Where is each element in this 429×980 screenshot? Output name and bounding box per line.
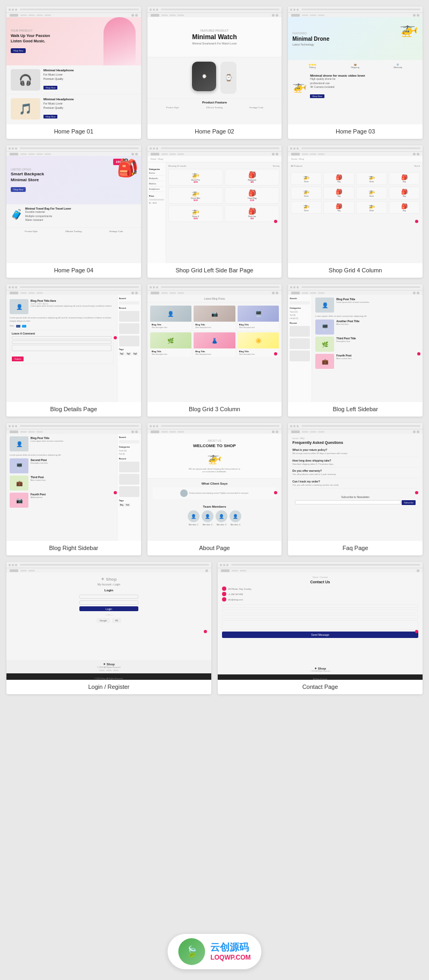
hp1-product-title-1: Minimal Headphone [43,69,74,72]
shop-product-grid: Showing 12 resultsSort by 🚁Drone Pro$299… [166,162,282,263]
sidebar-cat-4[interactable]: Headphones [149,188,164,192]
blog-grid-item-3[interactable]: 🖥️ Blog TitleShort description here [238,306,279,330]
blog-grid-img-1: 👤 [150,306,192,322]
hp1-hero-image [103,17,136,65]
contact-message-input[interactable] [222,620,418,630]
shop4-item-10[interactable]: 🎒Bag [323,201,354,214]
right-sidebar-search[interactable] [119,440,139,443]
sidebar-cat-1[interactable]: Drones [149,172,164,176]
blog-grid-item-4[interactable]: 🌿 Blog TitleShort description here [150,332,192,357]
preview-blog-details: 👤 Blog Post Title Here Jan 01, 2023 • Ad… [6,284,141,402]
accent-dot-contact [415,630,418,633]
shop4-item-3[interactable]: 🚁Drone [356,172,387,185]
hp1-product-info-1: For Music LoverPremium Quality [43,73,74,81]
card-home-page-04: LIMITED OFFER Smart Backpack Minimal Sto… [6,145,141,278]
hp3-title: Minimal Drone [292,36,329,42]
contact-submit-btn[interactable]: Send Message [222,632,418,638]
shop4-item-11[interactable]: 🚁Drone [356,201,387,214]
card-home-page-02: FEATURED PRODUCT Minimal Watch Minimal S… [147,6,282,139]
card-login-page: ✦ Shop My Account › Login Login Login — … [6,562,211,694]
blog-grid-item-2[interactable]: 📷 Blog TitleShort description here [194,306,235,330]
faq-email-input[interactable] [295,500,401,504]
sidebar-recent-title: Recent [119,307,139,309]
blog-comment-name[interactable] [12,336,112,339]
accent-dot [274,220,277,223]
card-blog-grid-3: Latest Blog Posts 👤 Blog TitleShort desc… [147,284,282,417]
faq-item-2: How long does shipping take? Standard sh… [292,457,418,468]
hp1-hero-cta[interactable]: Shop Now [11,48,26,53]
blog-comment-email[interactable] [12,340,112,344]
shop-item-2[interactable]: 🎒Backpack$89 [225,169,279,185]
hp1-product-btn-1[interactable]: Shop Now [43,86,57,90]
hp1-product-btn-2[interactable]: Shop Now [43,115,57,118]
label-shop-grid-left-sidebar: Shop Grid Left Side Bar Page [147,263,282,278]
sidebar-cat-title: Categories [149,168,164,170]
blog-submit-btn[interactable]: Submit [12,357,24,361]
sidebar-price-range: $0 - $500 [149,202,164,204]
hp4-product-info: Durable materialMultiple compartmentsWat… [25,210,71,222]
hp4-hero-cta[interactable]: Shop Now [11,187,26,192]
left-sidebar-search[interactable] [290,301,310,305]
login-facebook[interactable]: FB [112,618,121,623]
label-login-page: Login / Register [6,680,211,694]
blog-grid-img-2: 📷 [194,306,235,322]
blog-comment-box: Leave A Comment Submit [10,330,114,364]
shop-item-1[interactable]: 🚁Drone Pro$299 [168,169,223,185]
sidebar-search-title: Search [119,297,139,300]
card-faq-page: Home › FAQ Frequently Asked Questions Wh… [288,423,423,555]
sidebar-recent-2 [119,323,139,334]
hp3-feature-3: 🛡️Warranty [394,63,402,69]
accent-dot-blog-right [114,491,117,494]
hp4-bag-hero: 🎒 [117,158,138,178]
login-submit[interactable]: Login [79,606,138,611]
label-shop-grid-4-column: Shop Grid 4 Column [288,263,423,278]
shop-item-5[interactable]: 🚁Drone X$399 [168,205,223,222]
faq-item-4: Can I track my order? Yes, you will rece… [292,478,418,489]
shop4-item-4[interactable]: 🎒Bag [389,172,420,185]
shop-item-4[interactable]: 🎒Travel Bag$129 [225,187,279,204]
contact-layout: Home › Contact Contact Us 123 Street, Ci… [218,573,423,641]
login-footer-area: ✦ Shop © 2023 All Rights Reserved © 2023… [6,660,211,680]
twitter-icon[interactable] [22,325,26,328]
shop4-item-8[interactable]: 🎒Bag [389,187,420,199]
hp3-product-btn[interactable]: Shop Now [310,94,324,98]
blog-grid-item-5[interactable]: 👗 Blog TitleShort description here [194,332,235,357]
shop4-item-5[interactable]: 🚁Drone [291,187,322,199]
sidebar-search-input[interactable] [119,301,139,305]
facebook-icon[interactable] [16,325,20,328]
blog-grid-img-3: 🖥️ [238,306,279,322]
watermark-box: 🍃 云创源码 LOQWP.COM [167,934,261,969]
contact-email: info@shop.com [222,597,418,602]
contact-subject-input[interactable] [222,615,418,619]
card-shop-grid-4-column: Home › Shop All ProductsSort ▾ 🚁Drone 🎒B… [288,145,423,278]
faq-subscribe-btn[interactable]: Subscribe [402,500,416,505]
faq-newsletter-form: Subscribe [295,500,416,505]
contact-email-input[interactable] [222,610,418,613]
shop4-item-9[interactable]: 🚁Drone [291,201,322,214]
blog-body-text: Lorem ipsum dolor sit amet consectetur a… [10,316,114,323]
shop4-item-1[interactable]: 🚁Drone [291,172,322,185]
hp1-product-title-2: Minimal Headphone [43,98,74,101]
label-home-page-03: Home Page 03 [288,124,423,139]
shop-item-3[interactable]: 🚁Drone Mini$199 [168,187,223,204]
login-email[interactable] [79,595,138,599]
blog-grid-item-1[interactable]: 👤 Blog TitleShort description here [150,306,192,330]
login-password[interactable] [79,600,138,605]
shop4-item-7[interactable]: 🚁Drone [356,187,387,199]
blog-comment-text[interactable] [12,345,112,351]
shop4-item-6[interactable]: 🎒Bag [323,187,354,199]
login-google[interactable]: Google [97,618,110,623]
contact-name-input[interactable] [222,604,418,608]
blog-post-body: Lorem ipsum dolor sit amet consectetur a… [31,305,114,308]
faq-layout: Home › FAQ Frequently Asked Questions Wh… [288,434,423,511]
sidebar-cat-2[interactable]: Backpacks [149,177,164,181]
sidebar-cat-3[interactable]: Watches [149,183,164,187]
shop4-item-12[interactable]: 🎒Bag [389,201,420,214]
shop-left-sidebar: Categories Drones Backpacks Watches Head… [147,162,166,263]
about-drone-icon: 🚁 [153,451,277,465]
shop-item-6[interactable]: 🎒Pack Lite$69 [225,205,279,222]
blog-grid-item-6[interactable]: ☀️ Blog TitleShort description here [238,332,279,357]
about-team-row: 👤 Member 1 👤 Member 2 👤 Member 3 [153,510,277,526]
shop4-item-2[interactable]: 🎒Bag [323,172,354,185]
blog-grid-img-5: 👗 [194,332,235,348]
